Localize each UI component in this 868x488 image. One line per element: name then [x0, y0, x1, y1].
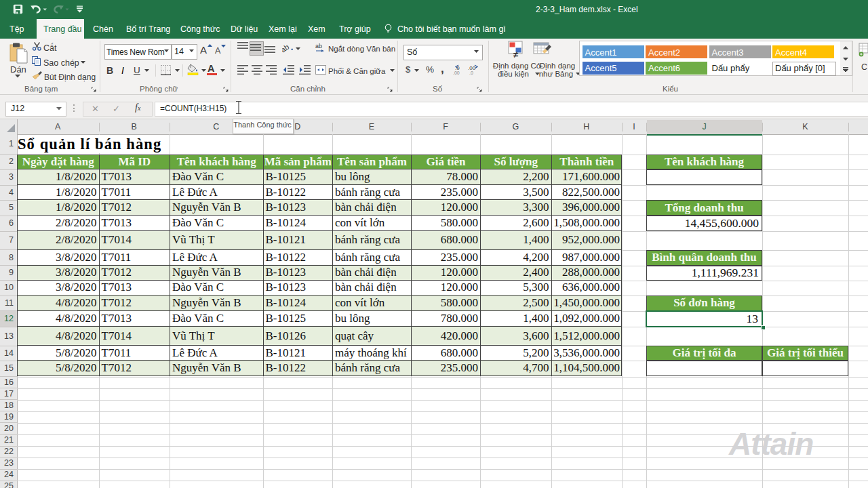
svg-text:.00: .00	[453, 70, 460, 75]
svg-text:≠: ≠	[513, 49, 518, 58]
svg-text:.0: .0	[469, 70, 473, 75]
svg-text:ab: ab	[315, 43, 322, 49]
svg-text:ab: ab	[282, 43, 290, 54]
